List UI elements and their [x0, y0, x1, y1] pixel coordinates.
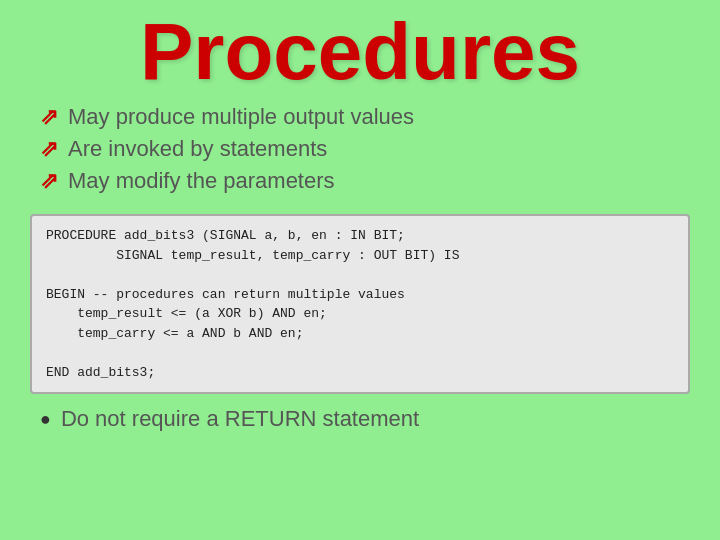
- bullet-text-1: May produce multiple output values: [68, 104, 414, 130]
- bottom-bullet-text: Do not require a RETURN statement: [61, 406, 419, 432]
- list-item: ⇗ May produce multiple output values: [40, 104, 690, 130]
- arrow-icon: ⇗: [40, 136, 58, 162]
- bullet-text-2: Are invoked by statements: [68, 136, 327, 162]
- list-item: ⇗ Are invoked by statements: [40, 136, 690, 162]
- slide: Procedures ⇗ May produce multiple output…: [0, 0, 720, 540]
- list-item: ⇗ May modify the parameters: [40, 168, 690, 194]
- arrow-icon: ⇗: [40, 104, 58, 130]
- code-block: PROCEDURE add_bits3 (SIGNAL a, b, en : I…: [30, 214, 690, 394]
- slide-title: Procedures: [30, 10, 690, 94]
- bullet-text-3: May modify the parameters: [68, 168, 335, 194]
- arrow-icon: ⇗: [40, 168, 58, 194]
- bullet-list: ⇗ May produce multiple output values ⇗ A…: [30, 104, 690, 200]
- bottom-bullet-item: ● Do not require a RETURN statement: [30, 406, 690, 432]
- bullet-dot-icon: ●: [40, 409, 51, 430]
